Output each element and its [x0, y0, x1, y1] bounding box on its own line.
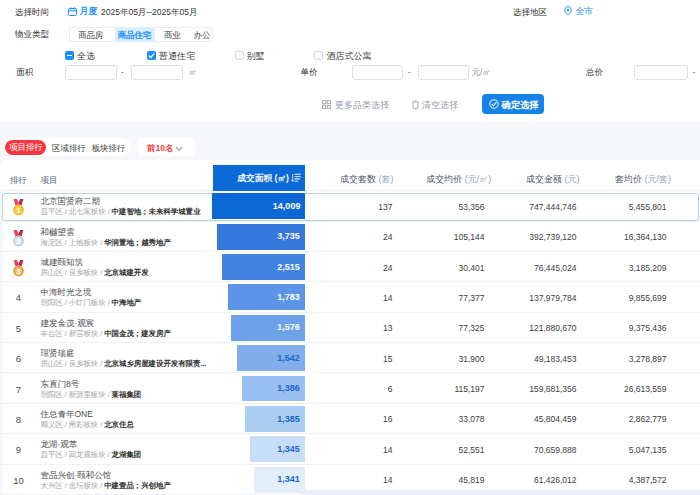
svg-text:1: 1 [16, 206, 20, 215]
svg-text:2: 2 [16, 236, 20, 245]
svg-text:3: 3 [16, 267, 20, 276]
